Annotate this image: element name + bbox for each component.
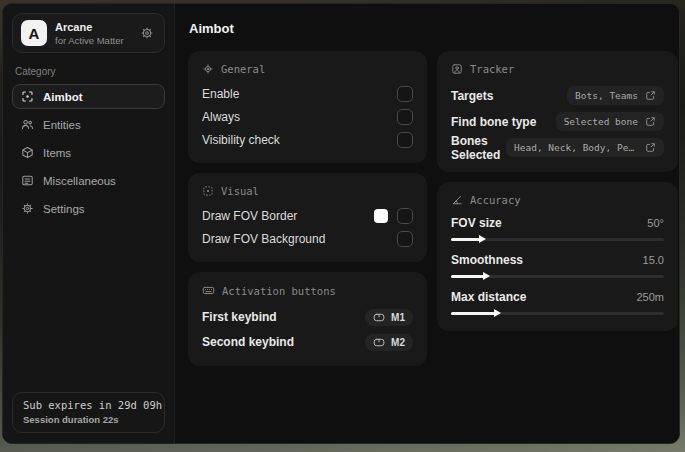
visibility-check-checkbox[interactable]: [397, 132, 413, 148]
angle-icon: [451, 194, 463, 206]
notes-icon: [21, 174, 34, 187]
general-card: General Enable Always Visibility check: [188, 51, 427, 163]
accuracy-card: Accuracy FOV size 50°: [437, 182, 678, 331]
sidebar-item-entities[interactable]: Entities: [12, 112, 165, 137]
smoothness-value: 15.0: [643, 254, 664, 266]
max-distance-label: Max distance: [451, 290, 526, 304]
sidebar-item-label: Entities: [43, 119, 81, 131]
always-label: Always: [202, 110, 240, 124]
sidebar-item-items[interactable]: Items: [12, 140, 165, 165]
draw-fov-background-row: Draw FOV Background: [202, 228, 413, 250]
app-meta: Arcane for Active Matter: [55, 21, 124, 46]
enable-checkbox[interactable]: [397, 86, 413, 102]
first-keybind-row: First keybind M1: [202, 305, 413, 329]
slider-thumb[interactable]: [494, 309, 501, 317]
subscription-info-card: Sub expires in 29d 09h Session duration …: [12, 392, 165, 433]
smoothness-group: Smoothness 15.0: [451, 251, 664, 278]
first-keybind-button[interactable]: M1: [365, 309, 413, 326]
smoothness-slider[interactable]: [451, 275, 664, 278]
targets-label: Targets: [451, 89, 493, 103]
targets-value: Bots, Teams: [575, 90, 638, 101]
always-row: Always: [202, 106, 413, 128]
app-header-card: A Arcane for Active Matter: [12, 13, 165, 53]
sidebar: A Arcane for Active Matter Category: [3, 4, 175, 443]
person-scan-icon: [451, 63, 463, 75]
first-keybind-value: M1: [391, 312, 405, 323]
app-settings-button[interactable]: [138, 24, 156, 42]
mouse-icon: [373, 338, 385, 347]
accuracy-header: Accuracy: [451, 194, 664, 206]
draw-fov-border-label: Draw FOV Border: [202, 209, 297, 223]
tracker-header: Tracker: [451, 63, 664, 75]
expand-icon: [645, 116, 656, 127]
sub-expires-text: Sub expires in 29d 09h: [23, 399, 154, 411]
find-bone-type-select[interactable]: Selected bone: [556, 112, 664, 131]
always-checkbox[interactable]: [397, 109, 413, 125]
first-keybind-label: First keybind: [202, 310, 277, 324]
second-keybind-value: M2: [391, 337, 405, 348]
expand-icon: [645, 142, 656, 153]
mouse-icon: [373, 313, 385, 322]
bones-selected-value: Head, Neck, Body, Pe...: [514, 142, 638, 153]
draw-fov-border-row: Draw FOV Border: [202, 205, 413, 227]
general-title: General: [221, 63, 265, 75]
tracker-card: Tracker Targets Bots, Teams: [437, 51, 678, 172]
app-logo: A: [21, 20, 47, 46]
find-bone-type-label: Find bone type: [451, 115, 536, 129]
sidebar-item-miscellaneous[interactable]: Miscellaneous: [12, 168, 165, 193]
activation-buttons-title: Activation buttons: [222, 285, 336, 297]
focus-gear-icon: [202, 63, 214, 75]
enable-label: Enable: [202, 87, 239, 101]
smoothness-label: Smoothness: [451, 253, 523, 267]
sidebar-item-label: Settings: [43, 203, 85, 215]
sidebar-item-label: Items: [43, 147, 71, 159]
main-panel: Aimbot General: [175, 4, 680, 443]
fov-size-slider[interactable]: [451, 238, 664, 241]
accuracy-title: Accuracy: [470, 194, 521, 206]
max-distance-slider[interactable]: [451, 312, 664, 315]
gear-icon: [140, 26, 154, 40]
slider-thumb[interactable]: [483, 272, 490, 280]
visibility-check-row: Visibility check: [202, 129, 413, 151]
visual-card: Visual Draw FOV Border Draw FOV Backgrou…: [188, 173, 427, 262]
fov-border-color-swatch[interactable]: [374, 209, 388, 223]
general-header: General: [202, 63, 413, 75]
cheat-menu-window: A Arcane for Active Matter Category: [2, 3, 680, 444]
visual-header: Visual: [202, 185, 413, 197]
second-keybind-row: Second keybind M2: [202, 330, 413, 354]
activation-buttons-header: Activation buttons: [202, 284, 413, 297]
visibility-check-label: Visibility check: [202, 133, 280, 147]
visual-title: Visual: [221, 185, 259, 197]
second-keybind-button[interactable]: M2: [365, 334, 413, 351]
crosshair-scan-icon: [21, 90, 34, 103]
targets-row: Targets Bots, Teams: [451, 83, 664, 108]
category-label: Category: [15, 66, 162, 77]
keyboard-icon: [202, 284, 215, 297]
find-bone-type-row: Find bone type Selected bone: [451, 109, 664, 134]
session-duration-text: Session duration 22s: [23, 414, 154, 425]
targets-select[interactable]: Bots, Teams: [567, 86, 664, 105]
page-title: Aimbot: [189, 21, 678, 36]
gear-icon: [21, 202, 34, 215]
cube-icon: [21, 146, 34, 159]
sidebar-item-label: Miscellaneous: [43, 175, 116, 187]
enable-row: Enable: [202, 83, 413, 105]
draw-fov-border-checkbox[interactable]: [397, 208, 413, 224]
bones-selected-select[interactable]: Head, Neck, Body, Pe...: [506, 138, 664, 157]
draw-fov-background-checkbox[interactable]: [397, 231, 413, 247]
slider-thumb[interactable]: [479, 235, 486, 243]
fov-size-label: FOV size: [451, 216, 502, 230]
bones-selected-row: Bones Selected Head, Neck, Body, Pe...: [451, 135, 664, 160]
bones-selected-label: Bones Selected: [451, 134, 506, 162]
fov-size-value: 50°: [647, 217, 664, 229]
draw-fov-background-label: Draw FOV Background: [202, 232, 325, 246]
sidebar-item-settings[interactable]: Settings: [12, 196, 165, 221]
fov-size-group: FOV size 50°: [451, 214, 664, 241]
sidebar-item-aimbot[interactable]: Aimbot: [12, 84, 165, 109]
people-icon: [21, 118, 34, 131]
max-distance-value: 250m: [636, 291, 664, 303]
image-frame-icon: [202, 185, 214, 197]
sidebar-item-label: Aimbot: [43, 91, 83, 103]
second-keybind-label: Second keybind: [202, 335, 294, 349]
app-name: Arcane: [55, 21, 124, 33]
